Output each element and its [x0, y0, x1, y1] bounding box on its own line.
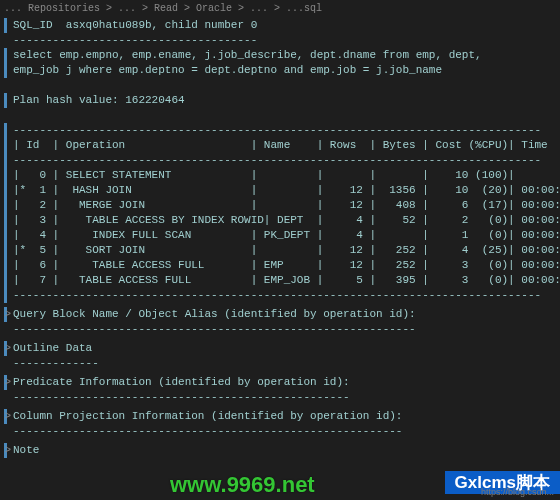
plan-row: |* 5 | SORT JOIN | | 12 | 252 | 4 (25)| …: [13, 243, 560, 258]
section-col-projection: Column Projection Information (identifie…: [13, 409, 402, 424]
divider: ----------------------------------------…: [13, 424, 402, 439]
divider: -------------------------------------: [13, 33, 257, 48]
plan-header: | Id | Operation | Name | Rows | Bytes |…: [13, 138, 560, 153]
section-outline: Outline Data: [13, 341, 92, 356]
sql-id-line: SQL_ID asxq0hatu089b, child number 0: [13, 18, 257, 33]
plan-row: | 0 | SELECT STATEMENT | | | | 10 (100)|…: [13, 168, 560, 183]
plan-hr-mid: ----------------------------------------…: [13, 153, 541, 168]
plan-hr-bot: ----------------------------------------…: [13, 288, 541, 303]
breadcrumb[interactable]: ... Repositories > ... > Read > Oracle >…: [0, 0, 560, 18]
plan-hr-top: ----------------------------------------…: [13, 123, 541, 138]
plan-row: | 7 | TABLE ACCESS FULL | EMP_JOB | 5 | …: [13, 273, 560, 288]
fold-icon[interactable]: >: [4, 443, 11, 458]
plan-hash: Plan hash value: 162220464: [13, 93, 185, 108]
plan-row: | 6 | TABLE ACCESS FULL | EMP | 12 | 252…: [13, 258, 560, 273]
divider: ----------------------------------------…: [13, 390, 350, 405]
divider: ----------------------------------------…: [13, 322, 416, 337]
fold-icon[interactable]: >: [4, 341, 11, 356]
plan-row: | 4 | INDEX FULL SCAN | PK_DEPT | 4 | | …: [13, 228, 560, 243]
plan-row: |* 1 | HASH JOIN | | 12 | 1356 | 10 (20)…: [13, 183, 560, 198]
fold-icon[interactable]: >: [4, 375, 11, 390]
sql-query-line-1: select emp.empno, emp.ename, j.job_descr…: [13, 48, 482, 63]
fold-icon[interactable]: >: [4, 307, 11, 322]
editor-pane[interactable]: SQL_ID asxq0hatu089b, child number 0 ---…: [0, 18, 560, 458]
fold-icon[interactable]: >: [4, 409, 11, 424]
section-query-block: Query Block Name / Object Alias (identif…: [13, 307, 416, 322]
sql-query-line-2: emp_job j where emp.deptno = dept.deptno…: [13, 63, 442, 78]
section-note: Note: [13, 443, 39, 458]
watermark-source: https://blog.csdn...: [481, 485, 554, 500]
section-predicate: Predicate Information (identified by ope…: [13, 375, 350, 390]
watermark-url: www.9969.net: [170, 477, 315, 492]
divider: -------------: [13, 356, 99, 371]
plan-row: | 3 | TABLE ACCESS BY INDEX ROWID| DEPT …: [13, 213, 560, 228]
plan-row: | 2 | MERGE JOIN | | 12 | 408 | 6 (17)| …: [13, 198, 560, 213]
